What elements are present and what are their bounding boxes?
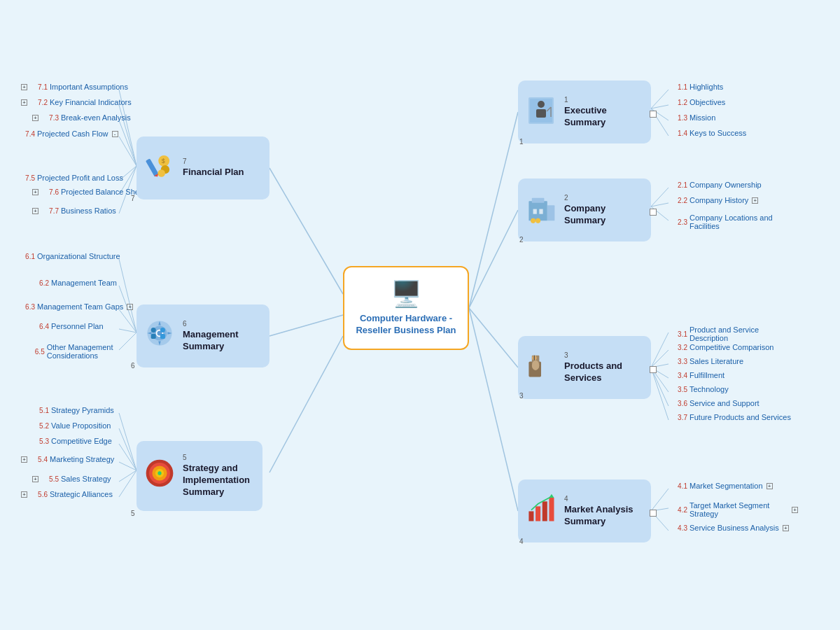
subitem-3-2[interactable]: 3.2 Competitive Comparison [672, 343, 774, 351]
market-num: 4 [564, 495, 644, 503]
expand-7-4[interactable]: - [112, 131, 118, 137]
subitem-3-3[interactable]: 3.3 Sales Literature [672, 357, 743, 365]
subitem-7-7[interactable]: + 7.7 Business Ratios [20, 206, 116, 215]
subitem-5-4[interactable]: + 5.4 Marketing Strategy [20, 455, 114, 463]
svg-line-6 [270, 168, 343, 294]
subitem-6-3[interactable]: 6.3 Management Team Gaps + [20, 302, 133, 311]
svg-rect-77 [160, 334, 165, 339]
strategy-label: Strategy and Implementation Summary [183, 463, 255, 498]
svg-rect-50 [547, 205, 555, 220]
subitem-3-5[interactable]: 3.5 Technology [672, 385, 729, 393]
financial-num: 7 [183, 158, 244, 165]
expand-7-2[interactable]: + [21, 99, 27, 106]
subitem-2-3[interactable]: 2.3 Company Locations and Facilities [672, 214, 784, 230]
company-icon [525, 190, 557, 230]
expand-5-6[interactable]: + [21, 491, 27, 498]
subitem-5-2[interactable]: 5.2 Value Proposition [20, 421, 111, 430]
topic-strategy[interactable]: 5 Strategy and Implementation Summary [136, 441, 262, 511]
node-num-financial: 7 [131, 195, 135, 202]
svg-line-40 [119, 470, 136, 482]
svg-line-33 [119, 309, 136, 332]
svg-line-0 [469, 112, 518, 308]
expand-2-2[interactable]: + [752, 197, 758, 204]
subitem-7-3[interactable]: + 7.3 Break-even Analysis [20, 113, 131, 122]
subitem-4-2[interactable]: 4.2 Target Market Segment Strategy + [672, 501, 798, 518]
subitem-1-3[interactable]: 1.3 Mission [672, 113, 715, 122]
node-num-management: 6 [131, 362, 135, 370]
svg-rect-61 [536, 506, 540, 521]
subitem-5-6[interactable]: + 5.6 Strategic Alliances [20, 490, 113, 498]
expand-4-3[interactable]: + [783, 525, 789, 531]
subitem-3-7[interactable]: 3.7 Future Products and Services [672, 413, 791, 421]
subitem-7-4[interactable]: 7.4 Projected Cash Flow - [20, 130, 118, 138]
expand-7-1[interactable]: + [21, 84, 27, 90]
subitem-5-3[interactable]: 5.3 Competitive Edge [20, 437, 112, 445]
subitem-3-6[interactable]: 3.6 Service and Support [672, 399, 760, 407]
svg-rect-49 [532, 198, 545, 203]
svg-rect-51 [533, 209, 537, 214]
svg-line-11 [651, 188, 668, 206]
expand-4-2[interactable]: + [792, 507, 798, 513]
subitem-6-1[interactable]: 6.1 Organizational Structure [20, 252, 120, 260]
subitem-6-5[interactable]: 6.5 Other Management Considerations [20, 343, 146, 360]
node-num-company: 2 [519, 236, 524, 244]
executive-num: 1 [564, 96, 644, 104]
svg-point-44 [538, 101, 545, 108]
subitem-6-4[interactable]: 6.4 Personnel Plan [20, 322, 104, 330]
subitem-4-1[interactable]: 4.1 Market Segmentation + [672, 482, 773, 490]
svg-line-14 [651, 332, 668, 368]
subitem-6-2[interactable]: 6.2 Management Team [20, 279, 117, 287]
expand-6-3[interactable]: + [127, 304, 133, 310]
svg-rect-63 [549, 498, 554, 521]
management-label: Management Summary [183, 329, 262, 353]
company-num: 2 [564, 194, 644, 202]
svg-point-58 [532, 360, 540, 370]
subitem-3-4[interactable]: 3.4 Fulfillment [672, 371, 724, 379]
svg-rect-78 [146, 158, 159, 176]
topic-company-summary[interactable]: 2 Company Summary [518, 178, 651, 241]
subitem-2-2[interactable]: 2.2 Company History + [672, 196, 758, 204]
expand-7-7[interactable]: + [32, 208, 38, 214]
executive-label: Executive Summary [564, 105, 644, 129]
subitem-5-5[interactable]: + 5.5 Sales Strategy [20, 475, 111, 483]
svg-point-69 [158, 471, 161, 475]
expand-executive[interactable] [650, 111, 657, 118]
expand-5-4[interactable]: + [21, 456, 27, 463]
subitem-7-2[interactable]: + 7.2 Key Financial Indicators [20, 98, 132, 106]
expand-7-3[interactable]: + [32, 115, 38, 121]
expand-company[interactable] [650, 209, 657, 216]
market-icon [525, 491, 557, 531]
subitem-2-1[interactable]: 2.1 Company Ownership [672, 181, 762, 189]
executive-icon [525, 92, 557, 132]
svg-line-5 [270, 315, 343, 336]
subitem-3-1[interactable]: 3.1 Product and Service Description [672, 326, 798, 342]
subitem-7-6[interactable]: + 7.6 Projected Balance Sheet [20, 188, 146, 196]
expand-7-6[interactable]: + [32, 189, 38, 195]
topic-market-analysis[interactable]: 4 Market Analysis Summary [518, 479, 651, 542]
subitem-7-1[interactable]: + 7.1 Important Assumptions [20, 83, 128, 91]
svg-line-39 [119, 462, 136, 470]
strategy-num: 5 [183, 454, 255, 461]
products-num: 3 [564, 351, 644, 359]
subitem-4-3[interactable]: 4.3 Service Business Analysis + [672, 524, 789, 532]
subitem-1-4[interactable]: 1.4 Keys to Success [672, 129, 746, 137]
topic-products-services[interactable]: 3 Products and Services [518, 336, 651, 399]
expand-5-5[interactable]: + [32, 476, 38, 482]
expand-market[interactable] [650, 510, 657, 517]
subitem-7-5[interactable]: 7.5 Projected Profit and Loss [20, 174, 123, 182]
management-num: 6 [183, 320, 262, 328]
svg-line-2 [469, 308, 518, 368]
svg-line-3 [469, 308, 518, 511]
svg-text:$: $ [162, 158, 165, 164]
svg-marker-64 [549, 494, 554, 498]
subitem-1-1[interactable]: 1.1 Highlights [672, 83, 723, 91]
svg-line-15 [651, 350, 668, 368]
topic-executive-summary[interactable]: 1 Executive Summary [518, 80, 651, 144]
expand-4-1[interactable]: + [766, 483, 773, 489]
topic-management[interactable]: 6 Management Summary [136, 304, 270, 368]
central-node[interactable]: 🖥️ Computer Hardware -Reseller Business … [343, 266, 469, 350]
expand-products[interactable] [650, 366, 657, 373]
topic-financial[interactable]: $ 7 Financial Plan [136, 136, 270, 200]
subitem-1-2[interactable]: 1.2 Objectives [672, 98, 725, 106]
subitem-5-1[interactable]: 5.1 Strategy Pyramids [20, 406, 114, 414]
